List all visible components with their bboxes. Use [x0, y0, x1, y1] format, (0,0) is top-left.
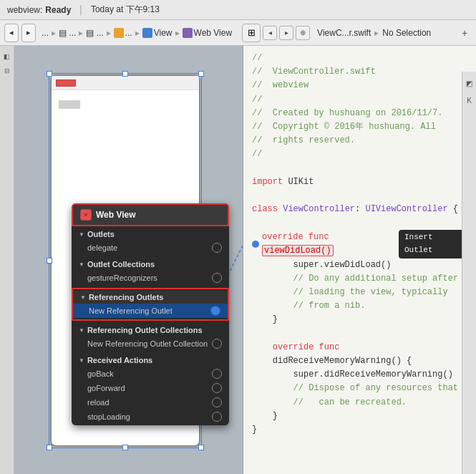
outlets-label: Outlets — [87, 230, 115, 238]
goback-circle[interactable] — [212, 369, 222, 379]
blue-dot-icon — [252, 241, 259, 248]
left-icon-1[interactable]: ◧ — [2, 52, 12, 62]
outlets-section: ▼ Outlets delegate — [72, 226, 229, 256]
main-toolbar: ◂ ▸ ... ▸ ▤ ... ▸ ▤ ... ▸ ... ▸ View ▸ W… — [0, 20, 476, 46]
stoploading-item[interactable]: stopLoading — [72, 410, 229, 424]
goforward-item[interactable]: goForward — [72, 381, 229, 395]
bc-2[interactable]: ▤ ... — [59, 28, 76, 38]
storyboard-canvas: × Web View ▼ Outlets delegate ▼ Outlet C… — [14, 46, 243, 474]
new-ref-collection-circle[interactable] — [212, 339, 222, 349]
reload-circle[interactable] — [212, 397, 222, 407]
outlet-code: override func viewDidLoad() — [262, 231, 396, 258]
code-line-c5: // can be recreated. — [252, 396, 467, 410]
code-line-blank2 — [252, 189, 467, 203]
code-line-c4: // Dispose of any resources that — [252, 382, 467, 395]
triangle-icon5: ▼ — [79, 357, 84, 364]
outlet-collections-header[interactable]: ▼ Outlet Collections — [72, 258, 229, 271]
code-line-c3: // from a nib. — [252, 299, 467, 313]
code-line-8: // — [252, 147, 467, 161]
title-time: Today at 下午9:13 — [91, 4, 160, 16]
handle-bl — [47, 445, 52, 450]
reload-item[interactable]: reload — [72, 395, 229, 410]
popup-close-btn[interactable]: × — [80, 209, 92, 221]
triangle-icon4: ▼ — [79, 327, 84, 334]
outlet-line: override func viewDidLoad() Insert Outle… — [252, 230, 467, 258]
grid-view-btn[interactable]: ⊞ — [242, 24, 261, 42]
code-line-blank4 — [252, 327, 467, 341]
goforward-circle[interactable] — [212, 383, 222, 393]
code-nav-next[interactable]: ▸ — [279, 26, 293, 40]
code-line-7: // rights reserved. — [252, 134, 467, 147]
outlets-header[interactable]: ▼ Outlets — [72, 228, 229, 241]
delegate-label: delegate — [87, 243, 117, 252]
referencing-outlets-label: Referencing Outlets — [89, 293, 164, 301]
status-rect — [56, 79, 76, 87]
code-line-3: // webview — [252, 79, 467, 92]
bc-view[interactable]: View — [142, 28, 173, 38]
goforward-label: goForward — [87, 384, 125, 392]
code-line-override2: override func — [252, 341, 467, 354]
title-app: webview: — [7, 5, 42, 15]
ref-outlet-collections-label: Referencing Outlet Collections — [87, 326, 203, 334]
main-area: ◧ ⊟ × Web V — [0, 46, 476, 474]
reload-label: reload — [87, 398, 110, 407]
bc-3[interactable]: ▤ ... — [86, 28, 103, 38]
title-separator: │ — [78, 5, 84, 15]
title-status: Ready — [45, 5, 71, 15]
code-area: // // ViewController.swift // webview //… — [243, 46, 476, 448]
goback-item[interactable]: goBack — [72, 367, 229, 381]
gesture-circle[interactable] — [212, 273, 222, 283]
triangle-icon2: ▼ — [79, 261, 84, 268]
viewdidload-highlight: viewDidLoad() — [262, 245, 334, 256]
code-line-memory: didReceiveMemoryWarning() { — [252, 354, 467, 368]
new-referencing-outlet-item[interactable]: New Referencing Outlet — [73, 304, 228, 318]
code-line-blank3 — [252, 216, 467, 230]
handle-br — [198, 445, 204, 450]
bc-1[interactable]: ... — [42, 28, 49, 38]
code-line-2: // ViewController.swift — [252, 65, 467, 79]
sidebar-icon-1[interactable]: ◩ — [464, 77, 475, 89]
handle-tr — [198, 71, 204, 77]
received-actions-header[interactable]: ▼ Received Actions — [72, 354, 229, 367]
stoploading-circle[interactable] — [212, 412, 222, 422]
gesture-item[interactable]: gestureRecognizers — [72, 271, 229, 285]
referencing-outlets-section: ▼ Referencing Outlets New Referencing Ou… — [72, 288, 229, 321]
right-sidebar: ◩ K — [462, 72, 476, 474]
bc-webview[interactable]: Web View — [183, 28, 233, 38]
triangle-icon: ▼ — [79, 231, 84, 238]
small-rect — [59, 100, 80, 109]
outlet-collections-section: ▼ Outlet Collections gestureRecognizers — [72, 256, 229, 286]
triangle-icon3: ▼ — [80, 294, 86, 301]
code-nav-prev[interactable]: ◂ — [263, 26, 277, 40]
code-filename: ViewC...r.swift — [317, 28, 371, 38]
referencing-outlets-header[interactable]: ▼ Referencing Outlets — [73, 291, 228, 304]
title-bar: webview: Ready │ Today at 下午9:13 — [0, 0, 476, 20]
forward-button[interactable]: ▸ — [21, 24, 36, 42]
new-referencing-outlet-label: New Referencing Outlet — [89, 306, 173, 315]
popup-header: × Web View — [72, 203, 229, 226]
outlet-collections-label: Outlet Collections — [87, 260, 155, 269]
code-line-4: // — [252, 93, 467, 107]
code-line-class: class ViewController: UIViewController { — [252, 203, 467, 216]
insert-outlet-bubble[interactable]: Insert Outlet — [399, 230, 467, 258]
bc-4[interactable]: ... — [114, 28, 132, 38]
code-line-close3: } — [252, 423, 467, 437]
goback-label: goBack — [87, 369, 114, 378]
delegate-item[interactable]: delegate — [72, 241, 229, 255]
code-line-super2: super.didReceiveMemoryWarning() — [252, 368, 467, 382]
ref-outlet-collections-header[interactable]: ▼ Referencing Outlet Collections — [72, 324, 229, 337]
code-menu-btn[interactable]: ⊕ — [296, 26, 310, 40]
delegate-circle[interactable] — [212, 243, 222, 253]
add-btn[interactable]: + — [457, 26, 472, 40]
left-narrow-panel: ◧ ⊟ — [0, 46, 14, 474]
code-line-6: // Copyright © 2016年 hushuang. All — [252, 120, 467, 134]
sidebar-icon-2[interactable]: K — [464, 95, 475, 106]
code-line-close2: } — [252, 410, 467, 423]
gesture-label: gestureRecognizers — [87, 274, 157, 282]
back-button[interactable]: ◂ — [4, 24, 19, 42]
received-actions-section: ▼ Received Actions goBack goForward relo… — [72, 352, 229, 425]
left-icon-2[interactable]: ⊟ — [2, 66, 12, 76]
iphone-statusbar — [52, 76, 199, 90]
new-ref-collection-item[interactable]: New Referencing Outlet Collection — [72, 337, 229, 351]
new-referencing-outlet-circle[interactable] — [210, 306, 220, 316]
